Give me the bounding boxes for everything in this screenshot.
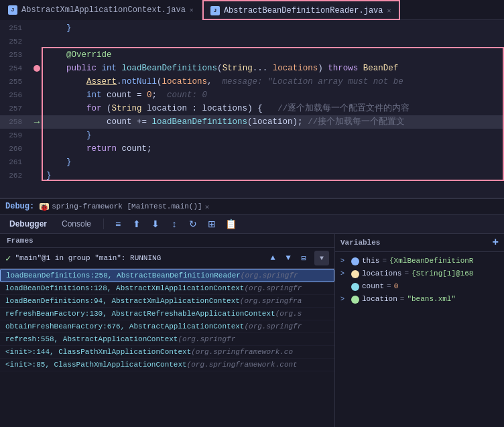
frame-name-0: loadBeanDefinitions:258, AbstractBeanDef… [6,271,241,280]
debug-session-close[interactable]: ✕ [205,202,210,211]
line-number-257: 257 [0,102,30,115]
line-content-251: } [44,21,504,35]
thread-selector[interactable]: ✓ "main"@1 in group "main": RUNNING ▲ ▼ … [0,248,334,269]
toolbar-refresh-btn[interactable]: ↻ [186,217,200,231]
var-name-count: count [362,282,384,290]
var-expand-locations[interactable]: > [340,270,349,278]
stack-frame-4[interactable]: obtainFreshBeanFactory:676, AbstractAppl… [0,320,334,333]
java-file-icon: J [8,5,17,15]
code-line-260: 260 return count; [0,142,504,156]
line-content-258: count += loadBeanDefinitions(location); … [44,115,504,129]
thread-nav-up[interactable]: ▲ [266,251,279,265]
frames-panel-title: Frames [0,234,334,248]
toolbar-down-btn[interactable]: ⬇ [148,217,163,231]
tab-close-2[interactable]: ✕ [387,7,391,15]
var-val-count: 0 [394,282,399,290]
stack-frame-6[interactable]: <init>:144, ClassPathXmlApplicationConte… [0,346,334,359]
thread-dropdown-btn[interactable]: ▼ [314,251,329,265]
line-content-262: } [44,169,504,182]
line-content-252 [44,35,504,48]
line-number-262: 262 [0,169,30,182]
add-watch-button[interactable]: + [492,237,499,249]
var-val-this: {XmlBeanDefinitionR [389,257,473,265]
line-number-252: 252 [0,35,30,48]
line-number-260: 260 [0,142,30,156]
tab-abstract-xml[interactable]: J AbstractXmlApplicationContext.java ✕ [0,0,202,20]
var-item-count[interactable]: count = 0 [335,280,504,293]
line-number-254: 254 [0,62,30,75]
frame-pkg-5: (org.springfr [178,335,235,343]
stack-frame-7[interactable]: <init>:85, ClassPathXmlApplicationContex… [0,359,334,371]
code-line-255: 255 Assert.notNull(locations, message: "… [0,75,504,88]
var-icon-count [351,283,359,291]
debug-toolbar: Debugger Console ≡ ⬆ ⬇ ↕ ↻ ⊞ 📋 [0,215,504,234]
line-content-255: Assert.notNull(locations, message: "Loca… [44,75,504,88]
line-number-259: 259 [0,129,30,142]
stack-frame-5[interactable]: refresh:558, AbstractApplicationContext … [0,333,334,346]
var-icon-this [351,257,359,265]
var-icon-locations [351,270,359,278]
tab-abstract-bean[interactable]: J AbstractBeanDefinitionReader.java ✕ [202,0,400,20]
debug-content: Frames ✓ "main"@1 in group "main": RUNNI… [0,234,504,427]
gutter-258: → [30,115,44,129]
toolbar-up-btn[interactable]: ⬆ [129,217,144,231]
stack-frame-0[interactable]: loadBeanDefinitions:258, AbstractBeanDef… [0,269,334,282]
console-tab-button[interactable]: Console [56,217,97,231]
java-file-icon-2: J [210,6,220,15]
line-number-255: 255 [0,75,30,88]
code-line-261: 261 } [0,156,504,169]
code-line-259: 259 } [0,129,504,142]
line-number-258: 258 [0,115,30,129]
code-line-252: 252 [0,35,504,48]
breakpoint-indicator-254 [34,65,40,72]
debug-session[interactable]: 🐞 spring-framework [MainTest.main()] ✕ [40,202,209,211]
var-expand-location[interactable]: > [340,296,349,303]
debug-session-name: spring-framework [MainTest.main()] [52,202,202,210]
frame-name-7: <init>:85, ClassPathXmlApplicationContex… [5,361,187,369]
frame-name-3: refreshBeanFactory:130, AbstractRefresha… [5,310,275,318]
tab-close-1[interactable]: ✕ [190,6,194,14]
code-line-257: 257 for (String location : locations) { … [0,102,504,115]
thread-check-icon: ✓ [5,253,11,264]
line-content-257: for (String location : locations) { //逐个… [44,102,504,115]
var-item-locations[interactable]: > locations = {String[1]@168 [335,267,504,280]
line-content-254: public int loadBeanDefinitions(String...… [44,62,504,75]
toolbar-menu-btn[interactable]: ≡ [111,217,125,231]
thread-filter-btn[interactable]: ⊟ [297,251,310,265]
var-val-location: "beans.xml" [407,295,456,303]
thread-nav-down[interactable]: ▼ [281,251,295,265]
debug-label: Debug: [5,202,34,211]
code-line-262: 262 } [0,169,504,182]
var-name-location: location [362,295,397,303]
frame-pkg-6: (org.springframework.co [191,348,293,356]
frame-pkg-3: (org.s [275,310,302,318]
thread-nav-buttons: ▲ ▼ ⊟ [266,251,310,265]
frame-pkg-7: (org.springframework.cont [187,361,298,369]
toolbar-copy-btn[interactable]: 📋 [223,217,238,231]
var-item-location[interactable]: > location = "beans.xml" [335,293,504,306]
gutter-254 [30,65,44,72]
line-number-261: 261 [0,156,30,169]
line-content-259: } [44,129,504,142]
var-eq-this: = [382,257,387,265]
toolbar-settings-btn[interactable]: ⊞ [204,217,219,231]
stack-frame-1[interactable]: loadBeanDefinitions:128, AbstractXmlAppl… [0,282,334,295]
toolbar-updown-btn[interactable]: ↕ [167,217,182,231]
debugger-tab-button[interactable]: Debugger [4,217,52,231]
stack-frame-2[interactable]: loadBeanDefinitions:94, AbstractXmlAppli… [0,295,334,308]
debug-arrow-258: → [34,115,40,129]
thread-name: "main"@1 in group "main": RUNNING [15,254,262,262]
stack-frames-list: loadBeanDefinitions:258, AbstractBeanDef… [0,269,334,427]
debug-panel: Debug: 🐞 spring-framework [MainTest.main… [0,198,504,427]
line-content-261: } [44,156,504,169]
var-eq-location: = [400,295,405,303]
line-number-253: 253 [0,48,30,62]
variables-panel: Variables + > this = {XmlBeanDefinitionR… [335,234,504,427]
code-line-253: 253 @Override [0,48,504,62]
frame-name-4: obtainFreshBeanFactory:676, AbstractAppl… [5,322,244,330]
stack-frame-3[interactable]: refreshBeanFactory:130, AbstractRefresha… [0,308,334,320]
tab-label-1: AbstractXmlApplicationContext.java [21,5,186,15]
var-item-this[interactable]: > this = {XmlBeanDefinitionR [335,255,504,267]
var-eq-locations: = [404,269,409,278]
var-expand-this[interactable]: > [340,257,349,265]
